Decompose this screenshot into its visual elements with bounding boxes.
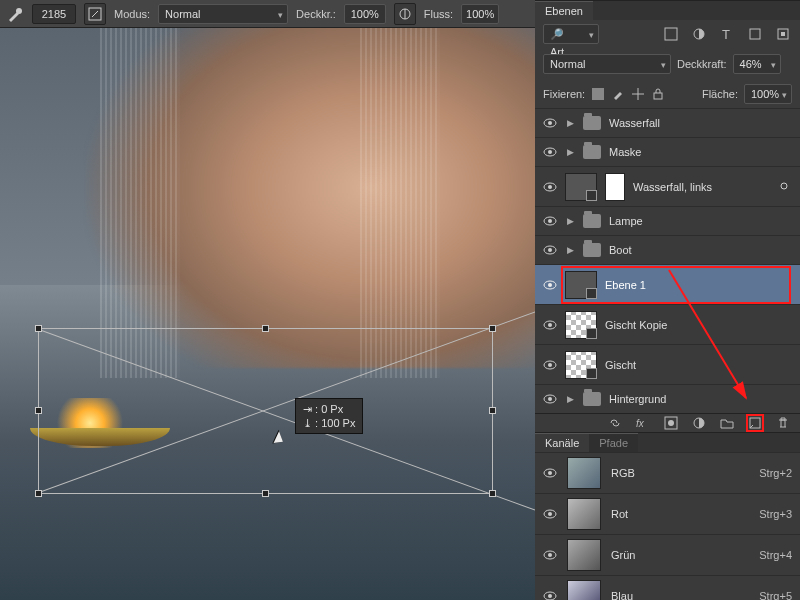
channel-name: RGB bbox=[611, 467, 635, 479]
layers-panel-tabs: Ebenen bbox=[535, 0, 800, 20]
layer-name: Lampe bbox=[609, 215, 643, 227]
svg-point-12 bbox=[548, 121, 552, 125]
layer-gischt[interactable]: Gischt bbox=[535, 344, 800, 384]
disclosure-icon[interactable]: ▶ bbox=[565, 118, 575, 128]
visibility-toggle[interactable] bbox=[543, 548, 557, 562]
layer-blend-dropdown[interactable]: Normal bbox=[543, 54, 671, 74]
layer-opacity-field[interactable]: 46% bbox=[733, 54, 781, 74]
visibility-toggle[interactable] bbox=[543, 392, 557, 406]
pressure-opacity-icon[interactable] bbox=[394, 3, 416, 25]
opacity-field[interactable]: 100% bbox=[344, 4, 386, 24]
svg-point-14 bbox=[548, 150, 552, 154]
free-transform-bounds[interactable] bbox=[38, 328, 493, 494]
layer-group-boot[interactable]: ▶ Boot bbox=[535, 235, 800, 264]
channel-gruen[interactable]: Grün Strg+4 bbox=[535, 534, 800, 575]
layer-fx-icon[interactable]: fx bbox=[634, 414, 652, 432]
svg-rect-3 bbox=[665, 28, 677, 40]
lock-position-icon[interactable] bbox=[631, 87, 645, 101]
visibility-toggle[interactable] bbox=[543, 180, 557, 194]
channel-blau[interactable]: Blau Strg+5 bbox=[535, 575, 800, 600]
smartobject-badge-icon bbox=[586, 368, 597, 379]
svg-point-24 bbox=[548, 323, 552, 327]
lock-all-icon[interactable] bbox=[651, 87, 665, 101]
channel-thumbnail bbox=[567, 580, 601, 600]
tab-paths[interactable]: Pfade bbox=[589, 433, 638, 452]
layer-mask-thumbnail[interactable] bbox=[605, 173, 625, 201]
disclosure-icon[interactable]: ▶ bbox=[565, 245, 575, 255]
adjustment-layer-icon[interactable] bbox=[690, 414, 708, 432]
transform-handle[interactable] bbox=[489, 325, 496, 332]
layer-name: Gischt bbox=[605, 359, 636, 371]
disclosure-icon[interactable]: ▶ bbox=[565, 216, 575, 226]
layer-name: Hintergrund bbox=[609, 393, 666, 405]
layer-group-wasserfall[interactable]: ▶ Wasserfall bbox=[535, 108, 800, 137]
svg-point-20 bbox=[548, 248, 552, 252]
add-mask-icon[interactable] bbox=[662, 414, 680, 432]
disclosure-icon[interactable]: ▶ bbox=[565, 147, 575, 157]
filter-smartobject-icon[interactable] bbox=[774, 25, 792, 43]
visibility-toggle[interactable] bbox=[543, 278, 557, 292]
layer-group-lampe[interactable]: ▶ Lampe bbox=[535, 206, 800, 235]
svg-text:fx: fx bbox=[636, 418, 645, 429]
visibility-toggle[interactable] bbox=[543, 507, 557, 521]
visibility-toggle[interactable] bbox=[543, 243, 557, 257]
opacity-label: Deckkr.: bbox=[296, 8, 336, 20]
visibility-toggle[interactable] bbox=[543, 589, 557, 600]
transform-handle[interactable] bbox=[262, 490, 269, 497]
svg-text:T: T bbox=[722, 27, 730, 41]
new-group-icon[interactable] bbox=[718, 414, 736, 432]
filter-kind-dropdown[interactable]: 🔎Art bbox=[543, 24, 599, 44]
channel-rot[interactable]: Rot Strg+3 bbox=[535, 493, 800, 534]
channel-shortcut: Strg+3 bbox=[759, 508, 792, 520]
canvas[interactable]: ⇥ : 0 Px ⤓ : 100 Px bbox=[0, 28, 535, 600]
tab-layers[interactable]: Ebenen bbox=[535, 1, 593, 20]
link-icon[interactable] bbox=[778, 180, 792, 194]
tab-channels[interactable]: Kanäle bbox=[535, 433, 589, 452]
svg-point-22 bbox=[548, 283, 552, 287]
flow-field[interactable]: 100% bbox=[461, 4, 499, 24]
layer-ebene-1[interactable]: Ebene 1 bbox=[535, 264, 800, 304]
brush-panel-toggle[interactable] bbox=[84, 3, 106, 25]
layers-list: ▶ Wasserfall ▶ Maske Wasserfall, links ▶… bbox=[535, 108, 800, 413]
layer-lock-row: Fixieren: Fläche: 100% bbox=[535, 78, 800, 108]
svg-rect-10 bbox=[654, 93, 662, 99]
canvas-artwork bbox=[360, 28, 440, 378]
flow-label: Fluss: bbox=[424, 8, 453, 20]
channel-thumbnail bbox=[567, 457, 601, 489]
visibility-toggle[interactable] bbox=[543, 318, 557, 332]
delete-layer-icon[interactable] bbox=[774, 414, 792, 432]
link-layers-icon[interactable] bbox=[606, 414, 624, 432]
layer-fill-field[interactable]: 100% bbox=[744, 84, 792, 104]
visibility-toggle[interactable] bbox=[543, 358, 557, 372]
visibility-toggle[interactable] bbox=[543, 214, 557, 228]
lock-transparency-icon[interactable] bbox=[591, 87, 605, 101]
disclosure-icon[interactable]: ▶ bbox=[565, 394, 575, 404]
layer-gischt-kopie[interactable]: Gischt Kopie bbox=[535, 304, 800, 344]
layer-group-maske[interactable]: ▶ Maske bbox=[535, 137, 800, 166]
layer-wasserfall-links[interactable]: Wasserfall, links bbox=[535, 166, 800, 206]
visibility-toggle[interactable] bbox=[543, 145, 557, 159]
layer-blend-row: Normal Deckkraft: 46% bbox=[535, 48, 800, 78]
lock-pixels-icon[interactable] bbox=[611, 87, 625, 101]
transform-handle[interactable] bbox=[35, 325, 42, 332]
visibility-toggle[interactable] bbox=[543, 466, 557, 480]
visibility-toggle[interactable] bbox=[543, 116, 557, 130]
transform-info-tooltip: ⇥ : 0 Px ⤓ : 100 Px bbox=[295, 398, 363, 434]
layer-name: Ebene 1 bbox=[605, 279, 646, 291]
transform-handle[interactable] bbox=[489, 490, 496, 497]
transform-handle[interactable] bbox=[489, 407, 496, 414]
blend-mode-dropdown[interactable]: Normal bbox=[158, 4, 288, 24]
layer-group-hintergrund[interactable]: ▶ Hintergrund bbox=[535, 384, 800, 413]
channel-shortcut: Strg+5 bbox=[759, 590, 792, 600]
channel-rgb[interactable]: RGB Strg+2 bbox=[535, 452, 800, 493]
svg-point-18 bbox=[548, 219, 552, 223]
filter-adjustment-icon[interactable] bbox=[690, 25, 708, 43]
filter-type-icon[interactable]: T bbox=[718, 25, 736, 43]
filter-shape-icon[interactable] bbox=[746, 25, 764, 43]
new-layer-icon[interactable] bbox=[746, 414, 764, 432]
transform-handle[interactable] bbox=[35, 490, 42, 497]
brush-size-field[interactable]: 2185 bbox=[32, 4, 76, 24]
filter-pixel-icon[interactable] bbox=[662, 25, 680, 43]
transform-handle[interactable] bbox=[35, 407, 42, 414]
transform-handle[interactable] bbox=[262, 325, 269, 332]
